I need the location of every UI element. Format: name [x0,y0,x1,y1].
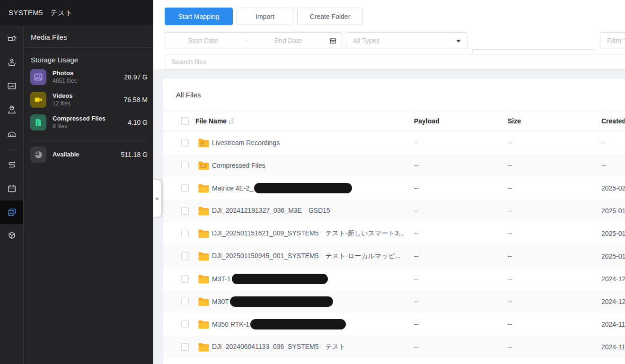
file-name-link[interactable]: Livestream Recordings [212,131,280,154]
folder-icon [198,274,210,284]
row-checkbox-cell [181,268,189,290]
date-separator: - [241,37,250,44]
row-checkbox[interactable] [181,252,189,260]
route-icon [7,160,17,170]
row-checkbox-cell [181,290,189,313]
rail-item-devices[interactable] [0,27,23,51]
file-name-link[interactable]: DJI_202412191327_036_M3E GSD15 [212,199,330,222]
rail-item-dock[interactable] [0,51,23,74]
sidebar: SYSTEM5 テスト Media Files Storage Usage Ph… [0,0,153,364]
scene3d-icon [7,104,17,115]
table-row[interactable]: Matrice 4E-2_----2025-02 [163,177,625,199]
search-box[interactable] [165,54,625,69]
table-row[interactable]: M30T----2024-12 [163,290,625,313]
table-row[interactable]: M350 RTK-1----2024-11 [163,313,625,336]
file-name-link[interactable]: Matrice 4E-2_ [212,177,352,199]
row-checkbox[interactable] [181,162,189,169]
file-name-link[interactable]: Compressed Files [212,154,265,177]
file-name-link[interactable]: DJI_202501151621_009_SYSTEM5 テスト-新しいスマート… [212,222,404,245]
table-row[interactable]: ZIPCompressed Files------ [163,154,625,177]
rail-item-models[interactable] [0,224,23,248]
payload-value: -- [414,290,418,313]
row-checkbox[interactable] [181,207,189,215]
zip-badge-icon: ZIP [200,165,206,168]
sort-button[interactable]: ↓ Z A [228,118,233,125]
row-checkbox[interactable] [181,298,189,305]
row-checkbox-cell [181,222,189,245]
folder-icon [198,342,210,352]
import-button[interactable]: Import [237,8,293,25]
devices-icon [7,34,17,44]
org-title-text: SYSTEM5 テスト [9,9,72,17]
row-checkbox[interactable] [181,184,189,192]
storage-available-text: Available [53,151,79,158]
table-row[interactable]: DJI_202412191327_036_M3E GSD15----2025-0… [163,199,625,222]
folder-icon [198,251,210,261]
start-mapping-button[interactable]: Start Mapping [165,8,233,25]
end-date-input[interactable] [250,37,326,44]
row-checkbox[interactable] [181,275,189,283]
payload-value: -- [414,268,418,290]
storage-available: Available511.18 G [24,143,153,166]
start-date-input[interactable] [165,37,241,44]
table-row[interactable]: M3T-1----2024-12 [163,268,625,290]
row-checkbox-cell [181,313,189,336]
pie-icon [30,147,46,163]
redaction-bar [232,274,328,284]
row-checkbox[interactable] [181,343,189,351]
facility-icon [7,128,17,139]
row-checkbox[interactable] [181,139,189,147]
file-name-text: DJI_202406041133_036_SYSTEM5 テスト [212,343,345,351]
dock-icon [7,57,17,68]
size-value: -- [508,245,512,268]
file-name-text: DJI_202501150945_001_SYSTEM5 テスト-ローカルマッピ… [212,252,401,260]
storage-photos: Photos4851 files28.97 G [24,66,153,88]
calendar-icon [329,37,337,44]
column-size: Size [508,111,521,131]
row-checkbox[interactable] [181,230,189,237]
rail-item-3d-scene[interactable] [0,98,23,121]
rail-item-panorama[interactable] [0,74,23,98]
storage-compressed: Compressed Files8 files4.10 G [24,111,153,134]
table-row[interactable]: DJI_202501151621_009_SYSTEM5 テスト-新しいスマート… [163,222,625,245]
storage-divider [30,140,148,140]
file-name-link[interactable]: DJI_202406041133_036_SYSTEM5 テスト [212,336,345,358]
file-name-link[interactable]: M30T [212,290,333,313]
size-value: -- [508,336,512,358]
file-name-link[interactable]: DJI_202501150945_001_SYSTEM5 テスト-ローカルマッピ… [212,245,401,268]
all-types-select[interactable]: All Types [346,32,467,49]
file-name-link[interactable]: M3T-1 [212,268,328,290]
filter-tags-box[interactable] [600,32,625,49]
livestream-badge-icon [200,142,204,146]
rail-item-route[interactable] [0,153,23,177]
cube-icon [7,231,17,241]
video-icon [30,92,46,108]
file-name-link[interactable]: M350 RTK-1 [212,313,346,336]
folder-icon [198,229,210,239]
table-row[interactable]: DJI_202406041133_036_SYSTEM5 テスト----2024… [163,336,625,358]
rail-item-facility[interactable] [0,121,23,145]
column-file-name-label: File Name [195,117,227,125]
rail-item-task-plan[interactable] [0,177,23,200]
rail-item-media-files[interactable] [0,200,23,224]
sidebar-collapse-button[interactable]: « [153,180,161,217]
breadcrumb-all-files: All Files [163,78,625,99]
table-row[interactable]: DJI_202501150945_001_SYSTEM5 テスト-ローカルマッピ… [163,245,625,268]
create-folder-button[interactable]: Create Folder [297,8,363,25]
panel-title-text: Media Files [31,33,67,41]
date-range-picker[interactable]: - [165,32,342,49]
org-title: SYSTEM5 テスト [0,0,153,26]
select-all-checkbox[interactable] [181,117,189,125]
column-file-name: File Name ↓ Z A [195,111,233,131]
folder-icon [198,183,210,193]
created-value: 2024-11 [601,336,625,358]
size-value: -- [508,154,512,177]
filter-tags-input[interactable] [600,37,625,44]
sort-za-icon: Z A [231,118,234,124]
search-input[interactable] [172,58,625,66]
row-checkbox[interactable] [181,321,189,328]
storage-size: 4.10 G [128,119,148,126]
size-value: -- [508,199,512,222]
table-row[interactable]: Livestream Recordings------ [163,131,625,154]
column-payload: Payload [414,111,440,131]
